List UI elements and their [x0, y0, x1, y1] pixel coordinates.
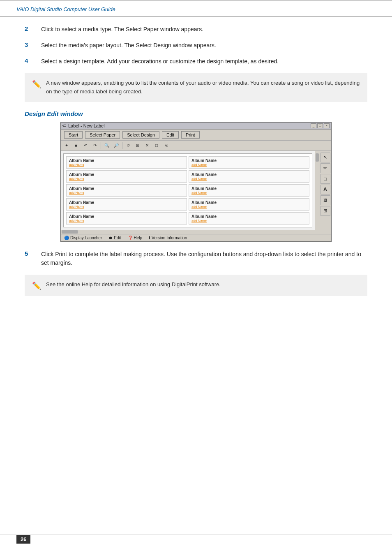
step-text-3: Select the media's paper layout. The Sel… — [41, 41, 367, 50]
toolbar-separator-2 — [122, 142, 122, 149]
pencil-tool-button[interactable]: ✏ — [321, 163, 330, 173]
album-sub: add Name — [69, 205, 184, 208]
album-item-4-1: Album Name add Name — [66, 198, 187, 211]
album-name: Album Name — [69, 172, 184, 177]
start-button[interactable]: Start — [64, 131, 83, 139]
app-icon: 🏷 — [62, 123, 67, 128]
step-5: 5 Click Print to complete the label maki… — [25, 250, 367, 267]
app-statusbar: 🔵 Display Launcher ⏺ Edit ❓ Help ℹ Versi… — [61, 234, 331, 241]
tool-icon-print[interactable]: 🖨 — [162, 142, 170, 149]
album-grid: Album Name add Name Album Name add Name … — [66, 156, 309, 225]
app-body: Album Name add Name Album Name add Name … — [61, 151, 331, 234]
album-item-5-1: Album Name add Name — [66, 212, 187, 225]
note-box-2: ✏️ See the online Help for detailed info… — [25, 275, 367, 296]
album-name: Album Name — [69, 158, 184, 163]
maximize-button[interactable]: □ — [317, 123, 323, 128]
right-panel: ↖ ✏ □ A 🖼 ⊞ — [319, 151, 331, 234]
top-border — [0, 0, 392, 1]
album-sub: add Name — [191, 163, 307, 167]
step-2: 2 Click to select a media type. The Sele… — [25, 25, 367, 34]
page-title: VAIO Digital Studio Computer User Guide — [16, 6, 115, 12]
note-icon-1: ✏️ — [32, 80, 42, 89]
version-icon: ℹ — [149, 236, 150, 240]
edit-label: Edit — [114, 236, 121, 240]
note-text-1: A new window appears, enabling you to li… — [46, 79, 360, 96]
step-text-4: Select a design template. Add your decor… — [41, 57, 367, 66]
scrollbar-thumb-v — [316, 153, 319, 162]
tool-icon-save[interactable]: ■ — [72, 142, 80, 149]
album-sub: add Name — [69, 177, 184, 181]
help-label: Help — [134, 236, 143, 240]
close-button[interactable]: × — [324, 123, 330, 128]
select-design-button[interactable]: Select Design — [122, 131, 159, 139]
text-tool-button[interactable]: A — [321, 185, 330, 194]
album-item-1-2: Album Name add Name — [189, 156, 309, 169]
tool-icon-zoom-in[interactable]: 🔍 — [103, 142, 111, 149]
select-paper-button[interactable]: Select Paper — [85, 131, 120, 139]
album-name: Album Name — [69, 200, 184, 205]
step-4: 4 Select a design template. Add your dec… — [25, 57, 367, 66]
tool-icon-zoom-out[interactable]: 🔎 — [112, 142, 120, 149]
statusbar-edit[interactable]: ⏺ Edit — [108, 236, 121, 240]
album-name: Album Name — [191, 172, 307, 177]
album-sub: add Name — [69, 191, 184, 194]
edit-icon: ⏺ — [108, 236, 113, 240]
album-name: Album Name — [69, 186, 184, 191]
statusbar-help[interactable]: ❓ Help — [128, 236, 143, 240]
canvas-area: Album Name add Name Album Name add Name … — [63, 153, 312, 227]
tool-icon-undo[interactable]: ↶ — [81, 142, 90, 149]
page-header: VAIO Digital Studio Computer User Guide — [0, 0, 392, 17]
album-name: Album Name — [191, 200, 307, 205]
album-item-4-2: Album Name add Name — [189, 198, 309, 211]
tool-icon-delete[interactable]: ✕ — [143, 142, 151, 149]
note-icon-2: ✏️ — [32, 281, 42, 290]
step-number-5: 5 — [25, 250, 41, 257]
step-number-4: 4 — [25, 57, 41, 64]
app-titlebar: 🏷 Label - New Label _ □ × — [61, 123, 331, 130]
tool-icon-rotate[interactable]: ↺ — [124, 142, 132, 149]
album-name: Album Name — [191, 186, 307, 191]
version-label: Version Information — [152, 236, 187, 240]
horizontal-scrollbar[interactable] — [61, 230, 315, 234]
note-box-1: ✏️ A new window appears, enabling you to… — [25, 73, 367, 102]
print-button[interactable]: Print — [181, 131, 200, 139]
album-name: Album Name — [191, 214, 307, 219]
edit-button[interactable]: Edit — [162, 131, 179, 139]
select-tool-button[interactable]: ↖ — [321, 153, 330, 162]
rectangle-tool-button[interactable]: □ — [321, 174, 330, 184]
vertical-scrollbar[interactable] — [315, 151, 319, 234]
tool-icon-rect[interactable]: □ — [152, 142, 161, 149]
app-titlebar-left: 🏷 Label - New Label — [62, 123, 105, 128]
album-name: Album Name — [69, 214, 184, 219]
album-item-5-2: Album Name add Name — [189, 212, 309, 225]
step-number-2: 2 — [25, 25, 41, 32]
grid-tool-button[interactable]: ⊞ — [321, 206, 330, 216]
image-tool-button[interactable]: 🖼 — [321, 195, 330, 205]
toolbar-separator-1 — [101, 142, 101, 149]
minimize-button[interactable]: _ — [311, 123, 316, 128]
display-launcher-icon: 🔵 — [64, 236, 69, 240]
app-title: Label - New Label — [68, 123, 105, 128]
step-3: 3 Select the media's paper layout. The S… — [25, 41, 367, 50]
album-sub: add Name — [191, 219, 307, 222]
section-heading: Design Edit window — [25, 110, 367, 117]
display-launcher-label: Display Launcher — [70, 236, 102, 240]
statusbar-display-launcher[interactable]: 🔵 Display Launcher — [64, 236, 102, 240]
scrollbar-thumb-h — [62, 230, 78, 234]
tool-icon-grid[interactable]: ⊞ — [134, 142, 142, 149]
album-sub: add Name — [191, 191, 307, 194]
app-toolbar: Start Select Paper Select Design Edit Pr… — [61, 130, 331, 141]
step-number-3: 3 — [25, 41, 41, 48]
app-window: 🏷 Label - New Label _ □ × Start Select P… — [60, 122, 332, 242]
tool-icon-redo[interactable]: ↷ — [91, 142, 99, 149]
album-name: Album Name — [191, 158, 307, 163]
help-icon: ❓ — [128, 236, 133, 240]
album-sub: add Name — [69, 163, 184, 167]
step-text-2: Click to select a media type. The Select… — [41, 25, 367, 34]
statusbar-version[interactable]: ℹ Version Information — [149, 236, 187, 240]
step-text-5: Click Print to complete the label making… — [41, 250, 367, 267]
tool-icon-new[interactable]: ✦ — [62, 142, 71, 149]
app-titlebar-controls[interactable]: _ □ × — [311, 123, 330, 128]
album-item-1-1: Album Name add Name — [66, 156, 187, 169]
page-number: 26 — [16, 535, 30, 544]
